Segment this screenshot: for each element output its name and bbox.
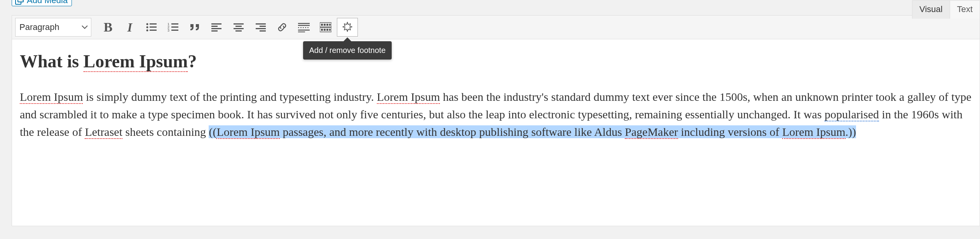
toolbar-toggle-button[interactable] [315,18,336,37]
text-run: .)) [846,125,856,138]
add-media-button[interactable]: Add Media [12,0,72,6]
svg-rect-40 [329,29,331,31]
media-icon [15,0,24,5]
svg-point-2 [146,23,148,25]
content-paragraph[interactable]: Lorem Ipsum is simply dummy text of the … [20,88,972,141]
heading-text-spellmark: Lorem Ipsum [84,51,188,72]
svg-rect-19 [235,26,242,27]
toolbar-toggle-icon [320,22,331,32]
svg-rect-24 [256,28,266,29]
svg-rect-3 [150,23,157,25]
blockquote-icon [189,23,201,32]
editor-content[interactable]: What is Lorem Ipsum? Lorem Ipsum is simp… [12,39,980,226]
footnote-button[interactable] [337,18,358,37]
svg-rect-16 [211,28,221,29]
editor-toolbar: Paragraph B I 1 2 [12,15,980,39]
svg-rect-27 [298,25,310,26]
text-spellmark: popularised [825,108,879,121]
italic-button[interactable]: I [119,18,140,37]
svg-rect-9 [171,23,178,25]
italic-icon: I [127,20,132,35]
svg-rect-22 [256,23,266,25]
bullet-list-icon [146,22,157,32]
bold-icon: B [104,20,113,35]
text-run: passages, and more recently with desktop… [280,125,625,138]
editor-mode-tabs: Visual Text [912,0,980,18]
heading-text-part: What is [20,51,84,71]
svg-rect-25 [260,30,266,32]
link-icon [277,22,288,33]
svg-rect-33 [324,24,326,26]
svg-point-4 [146,26,148,28]
read-more-icon [298,22,310,32]
svg-rect-11 [171,26,178,28]
svg-rect-26 [298,23,310,24]
text-run: sheets containing [122,125,209,138]
format-select-label: Paragraph [19,22,59,32]
svg-rect-18 [234,23,244,25]
text-spellmark: Lorem Ipsum [782,125,845,139]
svg-rect-23 [260,26,266,27]
footnote-tooltip: Add / remove footnote [303,41,392,60]
editor-wrap: Add Media Visual Text Paragraph B I [12,0,980,226]
blockquote-button[interactable] [185,18,206,37]
tooltip-text: Add / remove footnote [309,46,386,54]
text-run: including versions of [678,125,782,138]
align-left-icon [211,23,222,32]
align-left-button[interactable] [206,18,227,37]
svg-rect-15 [211,26,218,27]
text-spellmark: Letraset [85,125,122,139]
bold-button[interactable]: B [98,18,119,37]
add-media-label: Add Media [27,0,68,5]
numbered-list-icon: 1 2 3 [167,22,179,32]
svg-rect-29 [298,30,310,31]
link-button[interactable] [272,18,293,37]
svg-rect-38 [324,29,326,31]
text-run: is simply dummy text of the printing and… [83,90,377,103]
tab-visual[interactable]: Visual [912,0,950,19]
svg-rect-32 [321,24,323,26]
text-spellmark: Lorem Ipsum [20,90,83,104]
numbered-list-button[interactable]: 1 2 3 [163,18,184,37]
svg-rect-20 [234,28,244,29]
format-select[interactable]: Paragraph [15,18,91,37]
svg-text:3: 3 [167,28,169,32]
text-spellmark: Lorem Ipsum [216,125,279,139]
align-center-icon [233,23,244,32]
text-spellmark: Lorem Ipsum [377,90,440,104]
align-right-button[interactable] [250,18,271,37]
align-center-button[interactable] [228,18,249,37]
read-more-button[interactable] [293,18,314,37]
footnote-icon [342,21,353,33]
svg-rect-35 [329,24,331,26]
tab-text[interactable]: Text [950,0,980,19]
selected-text: ((Lorem Ipsum passages, and more recentl… [209,125,856,138]
top-row: Add Media Visual Text [12,0,980,8]
svg-rect-1 [18,0,23,2]
svg-rect-21 [235,30,242,32]
svg-rect-7 [150,30,157,31]
text-run: (( [209,125,216,138]
svg-rect-5 [150,26,157,28]
align-right-icon [255,23,266,32]
svg-rect-37 [321,29,323,31]
text-spellmark: PageMaker [625,125,678,139]
heading-text-part: ? [188,51,197,71]
svg-point-6 [146,30,148,32]
svg-rect-13 [171,30,178,31]
svg-rect-39 [326,29,328,31]
content-heading[interactable]: What is Lorem Ipsum? [20,51,972,72]
chevron-down-icon [82,25,88,29]
svg-rect-34 [326,24,328,26]
svg-rect-30 [298,32,305,32]
svg-rect-14 [211,23,221,25]
svg-rect-17 [211,30,218,32]
bullet-list-button[interactable] [141,18,162,37]
